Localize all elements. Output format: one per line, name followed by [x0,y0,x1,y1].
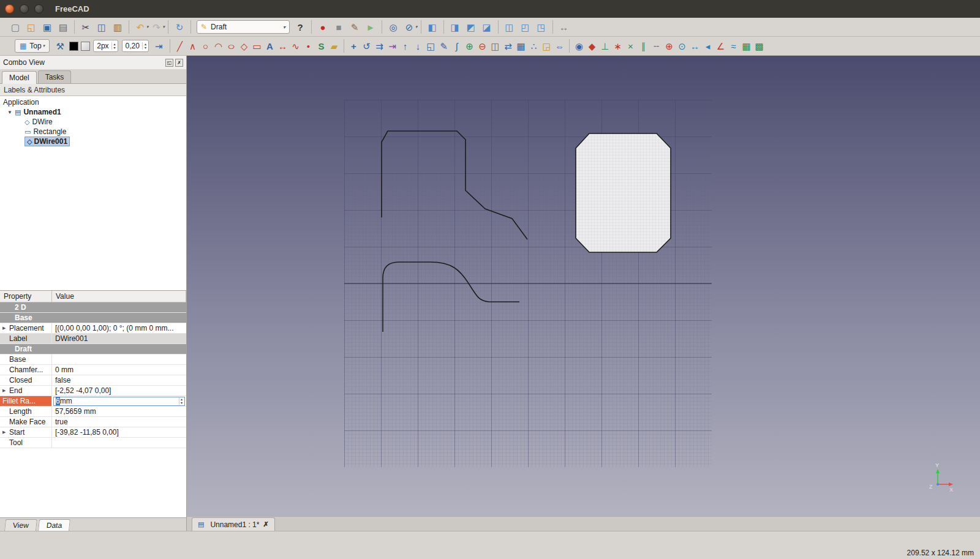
apply-style-button[interactable]: ⇥ [151,39,167,53]
view-right-button[interactable]: ◪ [479,20,495,34]
draft-path-array-button[interactable]: ∴ [527,39,540,53]
close-button[interactable] [5,4,14,13]
line-width-spinner[interactable]: 2px▴▾ [93,40,118,52]
tab-model[interactable]: Model [2,71,37,84]
draw-style-dropdown-icon[interactable]: ▾ [415,24,418,29]
draft-shape-2d-view-button[interactable]: ◫ [489,39,502,53]
draft-bspline-button[interactable]: ∿ [289,39,302,53]
draft-downgrade-button[interactable]: ↓ [412,39,424,53]
property-row-make-face[interactable]: Make Facetrue [0,417,186,427]
view-front-button[interactable]: ◨ [447,20,463,34]
tree-item-dwire001[interactable]: ◇ DWire001 [0,137,186,146]
draft-to-sketch-button[interactable]: ⇄ [502,39,514,53]
property-row-placement[interactable]: ▶Placement[(0,00 0,00 1,00); 0 °; (0 mm … [0,323,186,334]
draft-shapestring-button[interactable]: S [315,39,328,53]
draft-trimex-button[interactable]: ⇥ [386,39,399,53]
draft-wire-to-bspline-button[interactable]: ∫ [450,39,463,53]
property-group-2d[interactable]: 2 D [0,302,186,313]
spin-down-icon[interactable]: ▾ [143,46,148,50]
face-color-swatch[interactable] [81,42,90,51]
property-row-closed[interactable]: Closedfalse [0,375,186,386]
property-group-draft[interactable]: Draft [0,344,186,355]
paste-button[interactable]: ▥ [110,20,126,34]
draft-rotate-button[interactable]: ↺ [360,39,373,53]
measure-distance-button[interactable]: ↔ [556,20,572,34]
property-row-base[interactable]: Base [0,355,186,365]
view-isometric-button[interactable]: ◧ [424,20,440,34]
undo-dropdown-icon[interactable]: ▾ [146,24,149,29]
property-row-chamfer[interactable]: Chamfer...0 mm [0,365,186,375]
copy-button[interactable]: ◫ [94,20,110,34]
macro-play-button[interactable]: ► [363,20,379,34]
snap-intersection-button[interactable]: × [624,39,637,53]
draft-upgrade-button[interactable]: ↑ [399,39,412,53]
draft-arc-button[interactable]: ◠ [212,39,225,53]
tree-item-rectangle[interactable]: ▭ Rectangle [0,127,186,137]
draft-edit-button[interactable]: ✎ [437,39,450,53]
expander-icon[interactable]: ▶ [2,430,9,435]
property-row-tool[interactable]: Tool [0,438,186,448]
draft-facebinder-button[interactable]: ▰ [328,39,341,53]
fillet-radius-input[interactable]: 6 mm ▴▾ [53,397,185,406]
snap-working-plane-button[interactable]: ▩ [753,39,766,53]
draft-clone-button[interactable]: ◲ [540,39,553,53]
draft-offset-button[interactable]: ⇉ [373,39,386,53]
property-row-end[interactable]: ▶End[-2,52 -4,07 0,00] [0,386,186,396]
construction-mode-button[interactable]: ⚒ [52,39,68,53]
maximize-button[interactable] [34,4,43,13]
line-color-swatch[interactable] [69,42,78,51]
tab-tasks[interactable]: Tasks [38,70,72,83]
refresh-button[interactable]: ↻ [172,20,187,34]
macro-record-button[interactable]: ● [315,20,331,34]
property-row-label[interactable]: LabelDWire001 [0,334,186,344]
spin-down-icon[interactable]: ▾ [179,401,184,405]
expander-icon[interactable]: ▶ [2,326,9,331]
snap-endpoint-button[interactable]: ◆ [586,39,598,53]
draft-point-button[interactable]: • [302,39,315,53]
draft-add-point-button[interactable]: ⊕ [463,39,476,53]
draft-polygon-button[interactable]: ◇ [238,39,251,53]
property-row-length[interactable]: Length57,5659 mm [0,407,186,417]
cut-button[interactable]: ✂ [78,20,94,34]
property-row-fillet-radius[interactable]: Fillet Ra... 6 mm ▴▾ [0,396,186,407]
draft-line-button[interactable]: ╱ [173,39,186,53]
panel-close-button[interactable]: ✗ [175,59,183,67]
save-document-button[interactable]: ▣ [39,20,55,34]
workbench-selector[interactable]: ✎ Draft ▾ [197,20,290,34]
macro-edit-button[interactable]: ✎ [347,20,363,34]
snap-midpoint-button[interactable]: ◂ [701,39,714,53]
print-button[interactable]: ▤ [55,20,71,34]
draft-array-button[interactable]: ▦ [514,39,527,53]
tree-item-document[interactable]: ▼ ▤ Unnamed1 [0,107,186,117]
snap-grid-button[interactable]: ▦ [740,39,753,53]
snap-perpendicular-button[interactable]: ⊥ [598,39,611,53]
fit-all-button[interactable]: ◎ [385,20,401,34]
view-rear-button[interactable]: ◫ [502,20,518,34]
tab-view[interactable]: View [4,519,37,531]
view-left-button[interactable]: ◳ [533,20,549,34]
redo-dropdown-icon[interactable]: ▾ [163,24,165,29]
panel-float-button[interactable]: ◱ [165,59,173,67]
collapse-icon[interactable]: ▼ [7,110,15,115]
property-row-start[interactable]: ▶Start[-39,82 -11,85 0,00] [0,427,186,438]
snap-parallel-button[interactable]: ∥ [637,39,650,53]
draft-wire-button[interactable]: ∧ [186,39,199,53]
snap-dimensions-button[interactable]: ↔ [688,39,701,53]
snap-special-button[interactable]: ∗ [611,39,624,53]
open-document-button[interactable]: ◱ [23,20,39,34]
draft-text-button[interactable]: A [263,39,276,53]
draft-ellipse-button[interactable]: ○ [225,39,238,53]
spin-down-icon[interactable]: ▾ [112,46,118,50]
draft-dimension-button[interactable]: ↔ [276,39,289,53]
whats-this-button[interactable]: ? [292,20,308,34]
draft-scale-button[interactable]: ◱ [424,39,437,53]
3d-viewport[interactable]: Y X Z [187,56,980,516]
tree-item-dwire[interactable]: ◇ DWire [0,117,186,127]
draft-circle-button[interactable]: ○ [199,39,212,53]
snap-near-button[interactable]: ≈ [727,39,740,53]
property-group-base[interactable]: Base [0,313,186,323]
snap-lock-button[interactable]: ◉ [573,39,586,53]
expander-icon[interactable]: ▶ [2,388,9,393]
draft-rectangle-button[interactable]: ▭ [251,39,263,53]
macro-stop-button[interactable]: ■ [331,20,347,34]
